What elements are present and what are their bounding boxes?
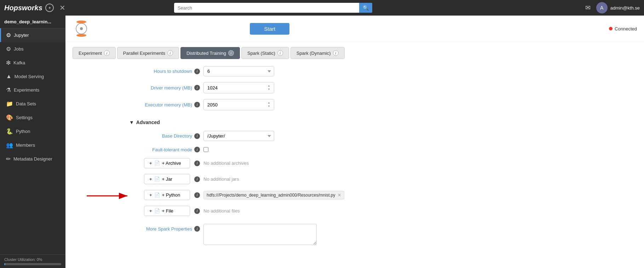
sidebar-item-model-serving[interactable]: ▲ Model Serving [0,70,65,83]
python-info-icon[interactable]: i [194,192,200,198]
sidebar-item-settings[interactable]: 🎨 Settings [0,111,65,124]
start-button[interactable]: Start [250,23,289,35]
file-button[interactable]: + 📄 + File [144,206,190,216]
jar-label: + Jar [162,176,172,182]
connected-label: Connected [615,26,637,31]
members-icon: 👥 [6,142,13,148]
sidebar-item-jupyter[interactable]: ⚙ Jupyter [0,28,65,42]
driver-memory-down-arrow[interactable]: ▼ [268,88,270,91]
tab-experiment[interactable]: Experiment i [73,47,116,59]
jupyter-header: Start Connected [65,16,644,42]
executor-memory-info-icon[interactable]: i [194,102,200,107]
project-name: demo_deep_learnin... [0,16,65,28]
file-plus-icon: + [149,208,152,214]
file-row: + 📄 + File i No additional files [129,206,616,216]
search-input[interactable] [174,3,359,13]
more-spark-textarea[interactable] [203,224,317,245]
connected-badge: Connected [609,26,637,31]
sidebar-item-jobs[interactable]: ⚙ Jobs [0,42,65,56]
logo-text: Hopsworks [4,4,42,12]
avatar: A [596,2,608,13]
more-spark-info-icon[interactable]: i [194,226,200,232]
archive-info-icon[interactable]: i [194,161,200,166]
hours-row: Hours to shutdown i 6 12 24 [129,66,616,76]
base-dir-label: Base Directory i [129,133,200,139]
svg-point-1 [76,34,86,37]
driver-memory-input[interactable] [207,85,257,91]
jar-info-icon[interactable]: i [194,176,200,182]
user-menu[interactable]: A admin@kth.se [596,2,640,13]
form-area: Hours to shutdown i 6 12 24 Driver memor… [65,59,644,258]
no-jars-text: No additional jars [203,176,239,182]
jupyter-icon: ⚙ [6,32,11,39]
executor-memory-up-arrow[interactable]: ▲ [268,101,270,104]
model-serving-icon: ▲ [6,73,12,80]
fault-tolerant-checkbox[interactable] [203,147,208,152]
jar-plus-icon: + [149,176,152,182]
executor-memory-input[interactable] [207,102,257,107]
tab-distributed-training[interactable]: Distributed Training i [180,47,240,59]
archive-row: + 📄 + Archive i No additional archives [129,158,616,168]
base-dir-select[interactable]: /Jupyter/ [203,131,274,141]
python-row: + 📄 + Python i hdfs:///Projects/demo_dee… [129,190,616,200]
search-button[interactable]: 🔍 [359,3,372,13]
executor-memory-spinput: ▲ ▼ [203,99,274,110]
sidebar-item-experiments[interactable]: ⚗ Experiments [0,83,65,97]
file-info-icon[interactable]: i [194,208,200,214]
executor-memory-down-arrow[interactable]: ▼ [268,105,270,108]
base-dir-info-icon[interactable]: i [194,133,200,139]
python-label: + Python [162,192,180,198]
more-spark-row: More Spark Properties i [129,222,616,245]
svg-point-0 [76,21,86,23]
file-icon: 📄 [154,208,160,214]
fault-tolerant-row: Fault-tolerant mode i [129,147,616,152]
tab-experiment-info-icon[interactable]: i [104,50,110,56]
sidebar-label-datasets: Data Sets [16,101,36,106]
hours-select[interactable]: 6 12 24 [203,66,274,76]
tab-spark-dynamic-label: Spark (Dynamic) [297,51,331,56]
tab-spark-dynamic[interactable]: Spark (Dynamic) i [291,47,345,59]
tab-spark-static-info-icon[interactable]: i [277,50,283,56]
search-bar: 🔍 [174,3,372,13]
python-file-icon: 📄 [154,192,160,198]
metadata-icon: ✏ [6,156,11,162]
base-dir-row: Base Directory i /Jupyter/ [129,131,616,141]
archive-button[interactable]: + 📄 + Archive [144,158,190,168]
tab-spark-dynamic-info-icon[interactable]: i [333,50,339,56]
advanced-section: Base Directory i /Jupyter/ Fault-toleran… [129,129,616,245]
hours-info-icon[interactable]: i [194,69,200,74]
tab-distributed-info-icon[interactable]: i [228,50,234,56]
tab-parallel-info-icon[interactable]: i [167,50,173,56]
driver-memory-label: Driver memory (MB) i [129,85,200,91]
cluster-bar-fill [4,263,5,265]
sidebar-item-python[interactable]: 🐍 Python [0,124,65,138]
python-file-tag: hdfs:///Projects/demo_deep_learning_admi… [203,191,344,199]
tab-spark-static[interactable]: Spark (Static) i [241,47,289,59]
python-icon: 🐍 [6,128,13,135]
jar-spacer: + 📄 + Jar i [129,174,200,184]
navbar-right: ✉ A admin@kth.se [585,2,640,13]
settings-icon: 🎨 [6,114,13,121]
sidebar-label-experiments: Experiments [14,87,39,93]
archive-label: + Archive [162,161,181,166]
jar-button[interactable]: + 📄 + Jar [144,174,190,184]
python-file-close-icon[interactable]: ✕ [338,193,341,198]
driver-memory-up-arrow[interactable]: ▲ [268,85,270,87]
no-archives-text: No additional archives [203,161,249,166]
mail-icon[interactable]: ✉ [585,4,591,12]
python-button[interactable]: + 📄 + Python [144,190,190,200]
sidebar-item-datasets[interactable]: 📁 Data Sets [0,97,65,111]
sidebar-item-kafka[interactable]: ❇ Kafka [0,56,65,70]
close-icon[interactable]: ✕ [59,4,65,12]
sidebar-label-python: Python [16,129,30,134]
driver-memory-info-icon[interactable]: i [194,85,200,91]
sidebar-label-members: Members [16,142,35,148]
sidebar-item-members[interactable]: 👥 Members [0,138,65,152]
sidebar-item-metadata-designer[interactable]: ✏ Metadata Designer [0,152,65,166]
advanced-toggle[interactable]: ▼ Advanced [129,116,616,129]
fault-tolerant-info-icon[interactable]: i [194,147,200,152]
tab-parallel-experiments[interactable]: Parallel Experiments i [117,47,179,59]
tabs-row: Experiment i Parallel Experiments i Dist… [65,42,644,59]
executor-memory-arrows: ▲ ▼ [268,101,270,108]
driver-memory-row: Driver memory (MB) i ▲ ▼ [129,82,616,93]
